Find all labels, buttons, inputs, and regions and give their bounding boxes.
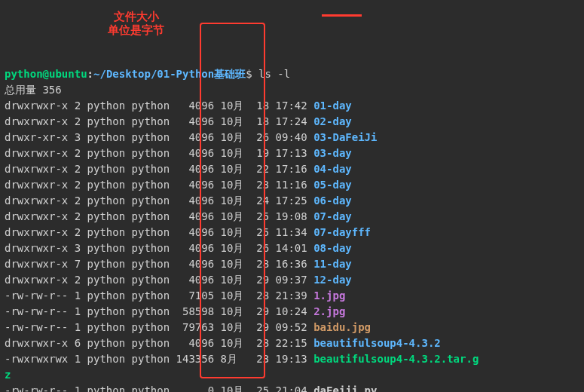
file-name: 02-day bbox=[313, 115, 352, 127]
listing-row: drwxrwxr-x 7 python python 4096 10月 28 1… bbox=[5, 256, 579, 272]
file-name: 05-day bbox=[313, 179, 352, 191]
file-name: 07-day bbox=[313, 210, 352, 222]
listing-row: -rwxrwxrwx 1 python python 143356 8月 23 … bbox=[5, 351, 579, 367]
file-name: 2.jpg bbox=[313, 305, 345, 317]
listing-row: -rw-rw-r-- 1 python python 7105 10月 28 2… bbox=[5, 288, 579, 304]
listing-row: drwxrwxr-x 2 python python 4096 10月 18 1… bbox=[5, 98, 579, 114]
prompt-user: python bbox=[5, 68, 43, 80]
annotation-label-2: 单位是字节 bbox=[108, 22, 164, 39]
listing-row: drwxrwxr-x 2 python python 4096 10月 18 1… bbox=[5, 114, 579, 130]
annotation-label-1: 文件大小 bbox=[114, 8, 159, 26]
listing-row: drwxrwxr-x 2 python python 4096 10月 24 1… bbox=[5, 193, 579, 209]
file-name: beautifulsoup4-4.3.2 bbox=[313, 337, 441, 349]
file-name: 04-day bbox=[313, 163, 352, 175]
terminal-window[interactable]: { "prompt": { "user": "python", "at": "@… bbox=[0, 0, 584, 392]
annotation-underline bbox=[322, 14, 362, 17]
listing-row: drwxrwxr-x 6 python python 4096 10月 28 2… bbox=[5, 335, 579, 351]
file-name: 08-day bbox=[313, 242, 352, 254]
command: ls -l bbox=[258, 68, 290, 80]
listing-row: drwxr-xr-x 3 python python 4096 10月 26 0… bbox=[5, 130, 579, 145]
file-name: daFeiji.py bbox=[313, 384, 377, 392]
listing-row: drwxrwxr-x 2 python python 4096 10月 19 1… bbox=[5, 145, 579, 161]
file-name: beautifulsoup4-4.3.2.tar.g bbox=[313, 353, 479, 365]
total-line: 总用量 356 bbox=[5, 82, 579, 98]
file-name: 1.jpg bbox=[313, 289, 345, 302]
file-name: baidu.jpg bbox=[313, 321, 371, 333]
listing-row: drwxrwxr-x 2 python python 4096 10月 25 1… bbox=[5, 209, 579, 225]
file-name: 01-day bbox=[313, 100, 352, 112]
file-name: 12-day bbox=[313, 274, 352, 286]
listing-row: -rw-rw-r-- 1 python python 79763 10月 29 … bbox=[5, 320, 579, 335]
prompt-host: ubuntu bbox=[49, 68, 87, 80]
file-name: 07-dayfff bbox=[313, 226, 371, 238]
file-name: 06-day bbox=[313, 194, 352, 207]
listing-row: -rw-rw-r-- 1 python python 0 10月 25 21:0… bbox=[5, 383, 579, 392]
listing-row: -rw-rw-r-- 1 python python 58598 10月 29 … bbox=[5, 304, 579, 320]
listing-row: drwxrwxr-x 2 python python 4096 10月 23 1… bbox=[5, 177, 579, 193]
file-name: 03-day bbox=[313, 147, 352, 159]
file-name: 11-day bbox=[313, 258, 352, 270]
prompt-path: ~/Desktop/01-Python基础班 bbox=[93, 68, 246, 80]
prompt-line: python@ubuntu:~/Desktop/01-Python基础班$ ls… bbox=[5, 66, 579, 82]
file-name: 03-DaFeiJi bbox=[313, 131, 377, 143]
listing-row: drwxrwxr-x 2 python python 4096 10月 22 1… bbox=[5, 161, 579, 177]
listing-row: drwxrwxr-x 2 python python 4096 10月 29 0… bbox=[5, 272, 579, 288]
wrap-line: z bbox=[5, 367, 579, 383]
listing-row: drwxrwxr-x 3 python python 4096 10月 26 1… bbox=[5, 240, 579, 256]
listing-row: drwxrwxr-x 2 python python 4096 10月 25 1… bbox=[5, 225, 579, 240]
